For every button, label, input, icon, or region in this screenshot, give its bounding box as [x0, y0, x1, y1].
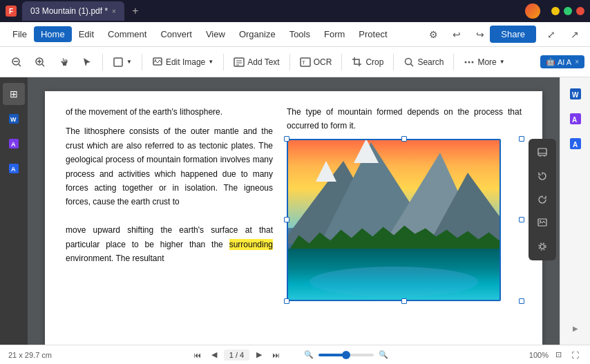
add-text-button[interactable]: Add Text: [228, 53, 285, 71]
right-panel-ai1[interactable]: A: [564, 108, 587, 130]
img-tool-rotate-ccw[interactable]: [531, 165, 553, 187]
more-dropdown-icon: ▼: [499, 59, 505, 65]
more-label: More: [477, 57, 496, 67]
pdf-text-bottom: move upward shifting the earth's surface…: [66, 223, 273, 265]
fullscreen-button[interactable]: ⛶: [568, 348, 582, 362]
svg-point-30: [540, 220, 541, 222]
img-tool-edit[interactable]: [531, 142, 553, 164]
handle-top-left[interactable]: [284, 136, 289, 142]
search-button[interactable]: Search: [398, 53, 449, 71]
svg-text:W: W: [10, 116, 17, 123]
svg-text:A: A: [11, 166, 16, 173]
svg-line-6: [42, 64, 44, 66]
sidebar-icon-home[interactable]: ⊞: [3, 83, 25, 105]
toolbar-divider-5: [341, 54, 342, 70]
snow2: [354, 140, 379, 163]
handle-bottom-right[interactable]: [519, 298, 524, 304]
pdf-mountain-image[interactable]: [287, 139, 501, 301]
active-tab[interactable]: 03 Mountain (1).pdf * ×: [22, 1, 124, 21]
handle-bottom-mid[interactable]: [401, 298, 407, 304]
minimize-button[interactable]: [551, 7, 560, 15]
svg-point-9: [155, 59, 156, 61]
right-panel-expand[interactable]: ▶: [564, 317, 587, 339]
edit-image-icon: [152, 57, 163, 68]
img-tool-replace[interactable]: [531, 212, 553, 234]
zoom-thumb[interactable]: [342, 351, 350, 359]
toolbar-divider-2: [142, 54, 142, 70]
page-first-button[interactable]: ⏮: [191, 348, 204, 362]
img-tool-settings[interactable]: [531, 236, 553, 258]
new-tab-button[interactable]: +: [127, 3, 144, 19]
maximize-button[interactable]: [564, 7, 572, 15]
window-close-button[interactable]: [576, 7, 584, 15]
zoom-in-button[interactable]: [29, 53, 51, 71]
menu-tab-view[interactable]: View: [199, 26, 232, 42]
svg-point-19: [468, 61, 470, 63]
hand-tool-button[interactable]: [53, 53, 75, 71]
menu-icon-extra1[interactable]: ⤢: [542, 25, 561, 44]
menu-tab-home[interactable]: Home: [34, 26, 72, 42]
page-prev-button[interactable]: ◀: [207, 348, 221, 362]
zoom-out-button[interactable]: [6, 53, 28, 71]
crop-button[interactable]: Crop: [346, 53, 389, 71]
menu-icon-extra2[interactable]: ↗: [565, 25, 584, 44]
status-left: 21 x 29.7 cm: [8, 351, 52, 359]
menu-tab-convert[interactable]: Convert: [153, 26, 199, 42]
ocr-button[interactable]: T OCR: [294, 53, 338, 71]
sidebar-icon-word[interactable]: W: [3, 108, 25, 130]
menu-icon-settings[interactable]: ⚙: [424, 25, 443, 44]
sidebar-icon-ai1[interactable]: A: [3, 133, 25, 155]
handle-top-right[interactable]: [519, 136, 524, 142]
dimensions-display: 21 x 29.7 cm: [8, 351, 52, 359]
edit-image-button[interactable]: Edit Image ▼: [146, 53, 219, 71]
select-icon: [82, 57, 93, 68]
ai-close-icon[interactable]: ×: [575, 58, 579, 66]
page-last-button[interactable]: ⏭: [269, 348, 283, 362]
img-tool-rotate-cw[interactable]: [531, 189, 553, 211]
menu-tab-comment[interactable]: Comment: [101, 26, 153, 42]
right-panel-ai2[interactable]: A: [564, 133, 587, 155]
zoom-in-icon: [35, 57, 46, 68]
add-text-label: Add Text: [247, 57, 279, 67]
menu-right-icons: ⤢ ↗: [542, 25, 584, 44]
tab-title: 03 Mountain (1).pdf *: [30, 6, 108, 16]
close-icon[interactable]: ×: [112, 8, 116, 15]
ocr-label: OCR: [314, 57, 332, 67]
menu-tab-edit[interactable]: Edit: [72, 26, 101, 42]
image-toolbar: [529, 139, 556, 260]
zoom-out-status-button[interactable]: 🔍: [302, 348, 316, 362]
fit-page-button[interactable]: ⊡: [551, 348, 565, 362]
menu-icon-undo[interactable]: ↩: [447, 25, 466, 44]
pdf-viewer[interactable]: of the movement of the earth's lithosphe…: [28, 77, 560, 345]
window-controls: [525, 3, 584, 19]
handle-bottom-left[interactable]: [284, 298, 289, 304]
profile-avatar[interactable]: [525, 3, 540, 19]
rotate-ccw-icon: [537, 171, 547, 181]
pdf-image-container[interactable]: [287, 139, 522, 301]
svg-point-20: [472, 61, 474, 63]
right-panel: W A A ▶: [560, 77, 590, 345]
handle-top-mid[interactable]: [401, 136, 407, 142]
select-tool-button[interactable]: [76, 53, 98, 71]
zoom-in-status-button[interactable]: 🔍: [377, 348, 390, 362]
main-area: ⊞ W A A of the movemen: [0, 77, 590, 345]
menu-tab-organize[interactable]: Organize: [232, 26, 283, 42]
toolbar-divider-6: [393, 54, 394, 70]
ai-assistant-button[interactable]: 🤖 AI A ×: [540, 55, 584, 68]
ai-label: AI A: [558, 58, 571, 66]
menu-tab-form[interactable]: Form: [317, 26, 352, 42]
handle-mid-right[interactable]: [519, 217, 524, 222]
right-panel-word[interactable]: W: [564, 83, 587, 105]
pdf-text-body: The lithosphere consists of the outer ma…: [66, 124, 273, 209]
sidebar-icon-ai2[interactable]: A: [3, 157, 25, 180]
share-button[interactable]: Share: [490, 26, 536, 43]
more-button[interactable]: More ▼: [458, 53, 510, 71]
handle-mid-left[interactable]: [284, 217, 289, 222]
menu-tab-protect[interactable]: Protect: [352, 26, 394, 42]
menu-icon-redo[interactable]: ↪: [470, 25, 490, 44]
menu-file[interactable]: File: [6, 26, 34, 42]
menu-tab-tools[interactable]: Tools: [283, 26, 317, 42]
shape-tool-button[interactable]: ▼: [107, 53, 137, 71]
zoom-slider[interactable]: [318, 354, 374, 356]
page-next-button[interactable]: ▶: [252, 348, 266, 362]
